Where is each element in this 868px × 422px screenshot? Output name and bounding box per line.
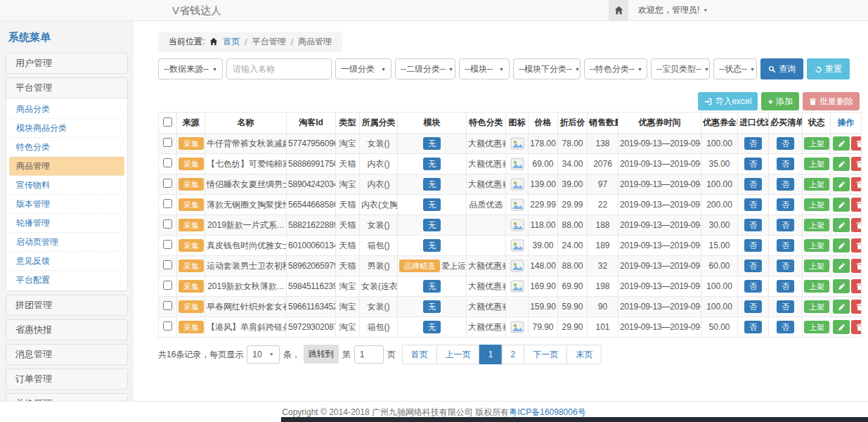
pager-button[interactable]: 末页	[566, 345, 602, 364]
row-checkbox[interactable]	[163, 179, 172, 188]
edit-button[interactable]	[833, 198, 850, 212]
sidebar-item[interactable]: 商品分类	[9, 100, 124, 119]
add-button[interactable]: + 添加	[761, 92, 799, 110]
must-buy-badge[interactable]: 否	[777, 137, 794, 150]
bulk-delete-button[interactable]: 批量删除	[803, 92, 860, 110]
status-badge[interactable]: 上架	[804, 178, 829, 191]
sidebar-group-header[interactable]: 兑换管理	[6, 394, 127, 401]
filter-select[interactable]: --二级分类--▼	[395, 58, 455, 79]
pager-button[interactable]: 2	[502, 345, 525, 364]
status-badge[interactable]: 上架	[804, 137, 829, 150]
status-badge[interactable]: 上架	[804, 198, 829, 211]
edit-button[interactable]	[833, 300, 850, 314]
delete-button[interactable]	[851, 157, 862, 171]
edit-button[interactable]	[833, 238, 850, 252]
filter-select[interactable]: --宝贝类型--▼	[651, 58, 710, 79]
icp-link[interactable]: 粤ICP备16098006号	[509, 407, 585, 417]
delete-button[interactable]	[851, 136, 862, 151]
row-checkbox[interactable]	[163, 260, 172, 269]
filter-select[interactable]: --数据来源--▼	[158, 58, 223, 79]
pager-button[interactable]: 首页	[402, 345, 437, 364]
import-select-badge[interactable]: 否	[744, 280, 762, 293]
edit-button[interactable]	[833, 157, 850, 171]
row-checkbox[interactable]	[163, 321, 172, 331]
sidebar-group-header[interactable]: 订单管理	[6, 369, 127, 389]
import-select-badge[interactable]: 否	[744, 260, 762, 272]
sidebar-item[interactable]: 意见反馈	[9, 252, 124, 271]
filter-select[interactable]: --模块下分类--▼	[513, 58, 581, 79]
must-buy-badge[interactable]: 否	[777, 321, 794, 333]
must-buy-badge[interactable]: 否	[777, 260, 794, 272]
sidebar-item[interactable]: 启动页管理	[9, 233, 124, 252]
pager-button[interactable]: 1	[479, 345, 503, 364]
must-buy-badge[interactable]: 否	[777, 280, 794, 293]
reset-button[interactable]: 重置	[807, 58, 850, 79]
pager-button[interactable]: 下一页	[524, 345, 567, 364]
status-badge[interactable]: 上架	[804, 260, 829, 272]
must-buy-badge[interactable]: 否	[777, 198, 794, 211]
sidebar-item[interactable]: 特色分类	[9, 138, 124, 157]
delete-button[interactable]	[851, 238, 862, 252]
delete-button[interactable]	[851, 300, 862, 314]
name-search-input[interactable]	[226, 58, 332, 79]
sidebar-group-header[interactable]: 省惠快报	[6, 320, 127, 340]
status-badge[interactable]: 上架	[804, 158, 829, 170]
row-checkbox[interactable]	[163, 219, 172, 229]
status-badge[interactable]: 上架	[804, 280, 829, 293]
delete-button[interactable]	[851, 177, 862, 191]
delete-button[interactable]	[851, 218, 862, 232]
status-badge[interactable]: 上架	[804, 239, 829, 252]
import-select-badge[interactable]: 否	[744, 219, 762, 231]
row-checkbox[interactable]	[163, 240, 172, 249]
sidebar-group-header[interactable]: 用户管理	[6, 53, 127, 73]
filter-select[interactable]: --特色分类--▼	[584, 58, 647, 79]
per-page-select[interactable]: 10 ▼	[247, 345, 279, 364]
filter-select[interactable]: --模块--▼	[459, 58, 510, 79]
edit-button[interactable]	[833, 136, 850, 151]
sidebar-item[interactable]: 商品管理	[9, 157, 124, 176]
must-buy-badge[interactable]: 否	[777, 239, 794, 252]
must-buy-badge[interactable]: 否	[777, 300, 794, 313]
search-button[interactable]: 查询	[760, 58, 803, 79]
delete-button[interactable]	[851, 198, 862, 212]
user-menu[interactable]: 欢迎您，管理员! ▼	[628, 0, 718, 20]
row-checkbox[interactable]	[163, 138, 172, 147]
pager-button[interactable]: 上一页	[436, 345, 480, 364]
sidebar-group-header[interactable]: 消息管理	[6, 345, 127, 364]
must-buy-badge[interactable]: 否	[777, 219, 794, 231]
import-select-badge[interactable]: 否	[744, 158, 762, 170]
sidebar-item[interactable]: 轮播管理	[9, 214, 124, 233]
import-select-badge[interactable]: 否	[744, 321, 762, 333]
import-select-badge[interactable]: 否	[744, 137, 762, 150]
home-button[interactable]	[609, 0, 628, 20]
sidebar-group-header[interactable]: 拼团管理	[6, 295, 127, 315]
status-badge[interactable]: 上架	[804, 321, 829, 333]
import-excel-button[interactable]: 导入excel	[698, 92, 758, 110]
select-all-checkbox[interactable]	[163, 117, 172, 127]
edit-button[interactable]	[833, 218, 850, 232]
status-badge[interactable]: 上架	[804, 219, 829, 231]
delete-button[interactable]	[851, 259, 862, 273]
import-select-badge[interactable]: 否	[744, 239, 762, 252]
delete-button[interactable]	[851, 320, 862, 334]
import-select-badge[interactable]: 否	[744, 178, 762, 191]
sidebar-group-header[interactable]: 平台管理	[6, 78, 127, 98]
filter-select[interactable]: --状态--▼	[713, 58, 757, 79]
import-select-badge[interactable]: 否	[744, 198, 762, 211]
status-badge[interactable]: 上架	[804, 300, 829, 313]
sidebar-item[interactable]: 版本管理	[9, 195, 124, 214]
must-buy-badge[interactable]: 否	[777, 158, 794, 170]
breadcrumb-home-link[interactable]: 首页	[223, 36, 240, 48]
row-checkbox[interactable]	[163, 158, 172, 167]
edit-button[interactable]	[833, 177, 850, 191]
row-checkbox[interactable]	[163, 301, 172, 310]
delete-button[interactable]	[851, 279, 862, 293]
must-buy-badge[interactable]: 否	[777, 178, 794, 191]
row-checkbox[interactable]	[163, 199, 172, 208]
edit-button[interactable]	[833, 320, 850, 334]
jump-button[interactable]: 跳转到	[304, 345, 339, 364]
page-number-input[interactable]	[354, 345, 384, 364]
filter-select[interactable]: 一级分类▼	[335, 58, 391, 79]
sidebar-item[interactable]: 平台配置	[9, 271, 124, 289]
edit-button[interactable]	[833, 259, 850, 273]
